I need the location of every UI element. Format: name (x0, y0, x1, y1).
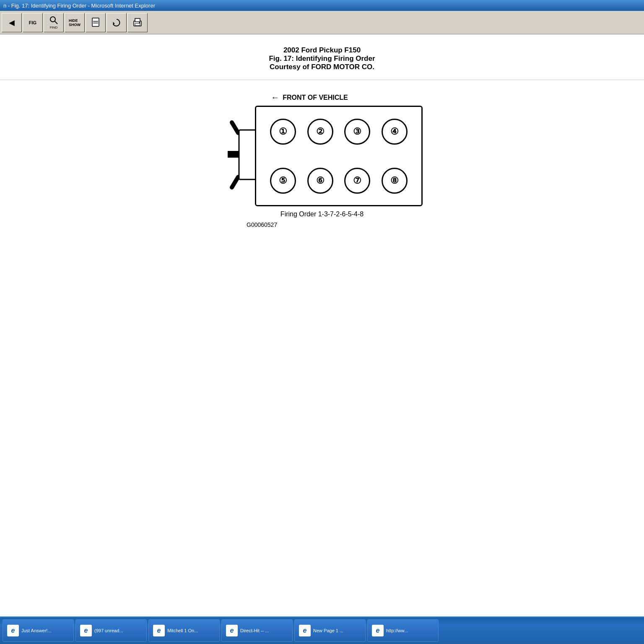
cylinder-4: ④ (382, 119, 408, 145)
svg-line-10 (232, 122, 238, 133)
taskbar-label-http: http://ww... (386, 628, 408, 633)
fig-button[interactable]: FIG (23, 13, 43, 32)
taskbar-btn-http[interactable]: e http://ww... (367, 619, 439, 642)
taskbar-label-newpage1: New Page 1 ... (313, 628, 343, 633)
cylinder-3: ③ (344, 119, 370, 145)
engine-diagram: ① ② ③ ④ ⑤ ⑥ ⑦ ⑧ (221, 106, 423, 206)
bookmark-icon (91, 18, 100, 28)
top-cylinder-row: ① ② ③ ④ (256, 114, 421, 149)
taskbar: e Just Answer!... e (997 unread... e Mit… (0, 616, 644, 644)
cylinder-6: ⑥ (307, 168, 333, 194)
taskbar-ie-icon-6: e (372, 625, 384, 636)
part-number: G00060527 (247, 221, 277, 228)
svg-point-9 (139, 22, 140, 23)
taskbar-label-mitchell: Mitchell 1 On... (167, 628, 198, 633)
front-label-text: FRONT OF VEHICLE (283, 94, 348, 101)
page-header: 2002 Ford Pickup F150 Fig. 17: Identifyi… (269, 46, 375, 71)
svg-point-0 (50, 17, 55, 22)
taskbar-ie-icon-2: e (80, 625, 92, 636)
cylinder-7: ⑦ (344, 168, 370, 194)
fig-icon: FIG (29, 20, 36, 25)
firing-order-caption: Firing Order 1-3-7-2-6-5-4-8 (280, 210, 364, 218)
refresh-button[interactable] (106, 13, 127, 32)
hide-show-button[interactable]: HIDESHOW (65, 13, 85, 32)
taskbar-btn-justanswer[interactable]: e Just Answer!... (3, 619, 74, 642)
svg-rect-4 (93, 23, 98, 23)
diagram-container: ← FRONT OF VEHICLE (221, 93, 423, 228)
left-arrow-icon: ← (271, 93, 279, 102)
taskbar-label-justanswer: Just Answer!... (21, 628, 52, 633)
svg-rect-2 (92, 18, 99, 26)
print-button[interactable] (127, 13, 148, 32)
taskbar-label-directhit: Direct-Hit -- ... (240, 628, 269, 633)
cylinder-2: ② (307, 119, 333, 145)
svg-rect-3 (93, 21, 98, 22)
svg-rect-8 (135, 23, 140, 26)
title-text: n - Fig. 17: Identifying Firing Order - … (3, 3, 155, 9)
engine-block: ① ② ③ ④ ⑤ ⑥ ⑦ ⑧ (255, 106, 423, 206)
courtesy-line: Courtesy of FORD MOTOR CO. (269, 63, 375, 71)
taskbar-btn-directhit[interactable]: e Direct-Hit -- ... (221, 619, 293, 642)
taskbar-btn-997unread[interactable]: e (997 unread... (75, 619, 147, 642)
hide-show-icon: HIDESHOW (69, 18, 80, 27)
bottom-cylinder-row: ⑤ ⑥ ⑦ ⑧ (256, 164, 421, 198)
taskbar-btn-newpage1[interactable]: e New Page 1 ... (294, 619, 366, 642)
svg-line-11 (232, 177, 238, 187)
prev-fig-icon: ◀ (9, 18, 15, 27)
front-of-vehicle-label: ← FRONT OF VEHICLE (271, 93, 348, 102)
vehicle-title: 2002 Ford Pickup F150 (269, 46, 375, 55)
bookmark-button[interactable] (86, 13, 106, 32)
taskbar-ie-icon-3: e (153, 625, 165, 636)
print-icon (132, 18, 143, 28)
figure-title: Fig. 17: Identifying Firing Order (269, 55, 375, 63)
svg-line-1 (55, 21, 57, 24)
toolbar: ◀ FIG FIND HIDESHOW (0, 11, 644, 34)
taskbar-ie-icon-1: e (7, 625, 19, 636)
title-bar: n - Fig. 17: Identifying Firing Order - … (0, 0, 644, 11)
taskbar-label-997unread: (997 unread... (94, 628, 123, 633)
find-label: FIND (50, 26, 58, 29)
find-button[interactable]: FIND (44, 13, 64, 32)
cylinder-5: ⑤ (270, 168, 296, 194)
cylinder-1: ① (270, 119, 296, 145)
taskbar-ie-icon-4: e (226, 625, 238, 636)
find-icon (49, 16, 58, 25)
main-content: 2002 Ford Pickup F150 Fig. 17: Identifyi… (0, 34, 644, 616)
crankshaft-assembly (221, 110, 259, 202)
svg-rect-7 (135, 18, 140, 22)
taskbar-btn-mitchell[interactable]: e Mitchell 1 On... (148, 619, 220, 642)
crankshaft-svg (221, 110, 259, 202)
cylinder-8: ⑧ (382, 168, 408, 194)
taskbar-ie-icon-5: e (299, 625, 311, 636)
prev-fig-button[interactable]: ◀ (2, 13, 22, 32)
refresh-icon (112, 18, 122, 28)
header-divider (0, 80, 644, 80)
